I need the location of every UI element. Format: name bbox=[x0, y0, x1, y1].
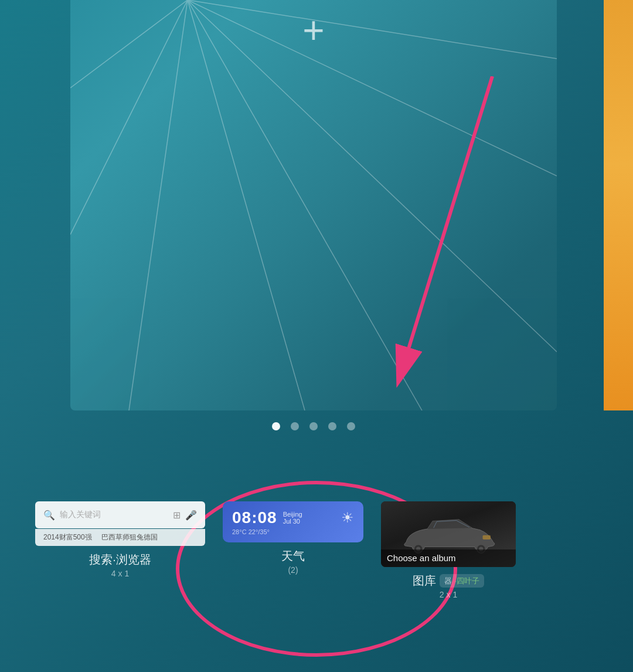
dot-4[interactable] bbox=[328, 422, 336, 430]
weather-temp: 28°C bbox=[232, 528, 247, 535]
add-widget-button[interactable]: + bbox=[302, 12, 324, 49]
svg-line-6 bbox=[70, 0, 188, 88]
svg-line-3 bbox=[129, 0, 188, 410]
dot-3[interactable] bbox=[309, 422, 318, 430]
svg-line-1 bbox=[188, 0, 305, 410]
four-leaf-icon-small: 器 bbox=[444, 576, 452, 585]
svg-line-0 bbox=[70, 0, 188, 235]
gallery-box[interactable]: Choose an album bbox=[381, 501, 516, 567]
mic-icon: 🎤 bbox=[185, 510, 197, 521]
gallery-choose-album: Choose an album bbox=[387, 553, 456, 563]
gallery-widget: Choose an album 图库 器 ·四叶子 2 x 1 bbox=[381, 501, 516, 599]
weather-widget: 08:08 Beijing Jul 30 ☀ 28°C 22°/35° 天气 (… bbox=[223, 501, 363, 575]
weather-time: 08:08 bbox=[232, 508, 277, 527]
weather-sun-icon: ☀ bbox=[341, 510, 354, 526]
weather-city: Beijing bbox=[283, 511, 302, 518]
weather-range: 22°/35° bbox=[249, 528, 270, 535]
suggestion-1[interactable]: 2014财富500强 bbox=[43, 532, 92, 542]
svg-line-7 bbox=[188, 0, 557, 59]
bg-lines bbox=[70, 0, 557, 410]
dot-5[interactable] bbox=[347, 422, 355, 430]
weather-box[interactable]: 08:08 Beijing Jul 30 ☀ 28°C 22°/35° bbox=[223, 501, 363, 542]
gallery-overlay: Choose an album bbox=[381, 549, 516, 567]
gallery-widget-size: 2 x 1 bbox=[381, 590, 516, 599]
svg-line-4 bbox=[188, 0, 422, 410]
search-widget-name: 搜索·浏览器 bbox=[35, 552, 205, 568]
right-panel-strip bbox=[604, 0, 633, 410]
search-suggestions: 2014财富500强 巴西草师狙兔德国 bbox=[35, 529, 205, 546]
gallery-widget-name: 图库 bbox=[413, 573, 436, 589]
four-leaf-label-small: ·四叶子 bbox=[454, 576, 479, 585]
dot-1[interactable] bbox=[272, 422, 280, 430]
search-widget-size: 4 x 1 bbox=[35, 569, 205, 578]
suggestion-2[interactable]: 巴西草师狙兔德国 bbox=[101, 532, 158, 542]
weather-widget-size: (2) bbox=[223, 565, 363, 575]
search-placeholder[interactable]: 输入关键词 bbox=[60, 510, 168, 520]
widgets-row: 🔍 输入关键词 ⊞ 🎤 2014财富500强 巴西草师狙兔德国 搜索·浏览器 4… bbox=[35, 501, 621, 599]
search-icon: 🔍 bbox=[43, 510, 55, 521]
gallery-widget-label: 图库 器 ·四叶子 2 x 1 bbox=[381, 573, 516, 599]
weather-widget-name: 天气 bbox=[223, 548, 363, 564]
weather-date: Jul 30 bbox=[283, 518, 302, 525]
svg-line-2 bbox=[188, 0, 557, 176]
grid-icon: ⊞ bbox=[173, 510, 181, 521]
search-box[interactable]: 🔍 输入关键词 ⊞ 🎤 bbox=[35, 501, 205, 528]
weather-widget-label: 天气 (2) bbox=[223, 548, 363, 575]
home-screen: + bbox=[70, 0, 557, 410]
search-widget: 🔍 输入关键词 ⊞ 🎤 2014财富500强 巴西草师狙兔德国 搜索·浏览器 4… bbox=[35, 501, 205, 578]
search-widget-label: 搜索·浏览器 4 x 1 bbox=[35, 552, 205, 578]
page-dots bbox=[70, 422, 557, 430]
svg-rect-14 bbox=[483, 535, 491, 539]
dot-2[interactable] bbox=[291, 422, 299, 430]
svg-line-5 bbox=[188, 0, 557, 352]
